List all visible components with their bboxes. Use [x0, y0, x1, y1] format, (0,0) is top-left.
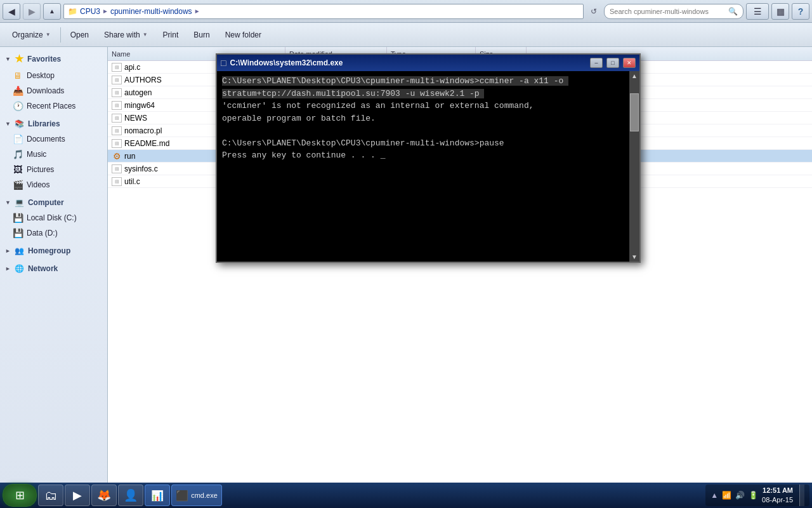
up-button[interactable]: ▲ — [43, 3, 61, 20]
cmd-scrollbar[interactable]: ▲ ▼ — [629, 71, 639, 262]
back-button[interactable]: ◀ — [3, 3, 20, 20]
sidebar-network-header[interactable]: ► 🌐 Network — [0, 261, 107, 276]
doc-file-icon: ▤ — [112, 76, 122, 84]
address-bar-area: ◀ ▶ ▲ 📁 CPU3 ► cpuminer-multi-windows ► … — [0, 0, 812, 23]
view-options-button[interactable]: ☰ — [746, 3, 769, 20]
cmd-window: □ C:\Windows\system32\cmd.exe – □ ✕ C:\U… — [216, 53, 641, 263]
sidebar-homegroup-header[interactable]: ► 👥 Homegroup — [0, 243, 107, 258]
breadcrumb-arrow-1: ► — [102, 8, 108, 15]
bat-file-icon: ⚙ — [112, 151, 122, 161]
file-name: run — [124, 152, 135, 161]
sidebar-item-music-label: Music — [27, 150, 46, 159]
tray-volume-icon[interactable]: 🔊 — [735, 491, 745, 500]
pictures-icon: 🖼 — [13, 164, 23, 175]
cmd-close-button[interactable]: ✕ — [623, 58, 636, 68]
cmd-scroll-thumb[interactable] — [630, 93, 639, 131]
burn-button[interactable]: Burn — [187, 26, 216, 44]
breadcrumb-root[interactable]: CPU3 — [80, 7, 100, 16]
taskbar-cmd-button[interactable]: ⬛ cmd.exe — [171, 485, 222, 506]
sidebar-item-pictures-label: Pictures — [27, 165, 54, 174]
cmd-icon: □ — [221, 58, 226, 68]
cmd-minimize-button[interactable]: – — [590, 58, 603, 68]
sidebar-item-videos-label: Videos — [27, 180, 49, 189]
sidebar-item-videos[interactable]: 🎬 Videos — [0, 177, 107, 192]
forward-button[interactable]: ▶ — [23, 3, 41, 20]
clock-time: 12:51 AM — [762, 486, 793, 495]
taskbar-chart-button[interactable]: 📊 — [145, 485, 170, 506]
doc-file-icon: ▤ — [112, 101, 122, 110]
libraries-label: Libraries — [28, 119, 60, 128]
downloads-icon: 📥 — [13, 86, 23, 96]
sidebar-item-documents[interactable]: 📄 Documents — [0, 131, 107, 147]
sidebar-homegroup-label: Homegroup — [28, 246, 70, 255]
taskbar-users-button[interactable]: 👤 — [118, 485, 143, 506]
print-button[interactable]: Print — [156, 26, 186, 44]
sidebar-libraries-header[interactable]: ▼ 📚 Libraries — [0, 116, 107, 131]
computer-icon: 💻 — [15, 198, 24, 207]
main-layout: ▼ ★ Favorites 🖥 Desktop 📥 Downloads 🕐 Re… — [0, 47, 812, 495]
cmd-task-label: cmd.exe — [191, 491, 218, 499]
sidebar-item-recent-places[interactable]: 🕐 Recent Places — [0, 98, 107, 114]
documents-icon: 📄 — [13, 134, 23, 144]
tray-battery-icon[interactable]: 🔋 — [749, 491, 758, 500]
cmd-scroll-up[interactable]: ▲ — [630, 71, 639, 81]
homegroup-icon: 👥 — [15, 246, 24, 255]
sidebar-libraries-section: ▼ 📚 Libraries 📄 Documents 🎵 Music 🖼 Pict… — [0, 116, 107, 192]
taskbar-wmp-button[interactable]: ▶ — [65, 485, 90, 506]
file-list: Name Date modified Type Size ▤api.c 21-M… — [108, 47, 812, 495]
sidebar-item-desktop-label: Desktop — [27, 71, 55, 80]
doc-file-icon: ▤ — [112, 164, 122, 173]
show-desktop-button[interactable] — [799, 485, 804, 506]
cmd-line-2: 'ccminer' is not recognized as an intern… — [222, 100, 624, 112]
sidebar-computer-header[interactable]: ▼ 💻 Computer — [0, 195, 107, 210]
search-icon[interactable]: 🔍 — [728, 7, 738, 16]
sidebar-item-downloads[interactable]: 📥 Downloads — [0, 83, 107, 98]
tray-expand-icon[interactable]: ▲ — [710, 491, 718, 500]
taskbar: ⊞ 🗂 ▶ 🦊 👤 📊 ⬛ cmd.exe ▲ 📶 🔊 🔋 12:51 AM 0… — [0, 483, 812, 508]
start-button[interactable]: ⊞ — [3, 484, 37, 507]
favorites-star-icon: ★ — [15, 53, 23, 65]
cmd-scroll-down[interactable]: ▼ — [630, 252, 639, 262]
cmd-line-5: Press any key to continue . . . _ — [222, 149, 624, 162]
help-button[interactable]: ? — [792, 3, 809, 20]
file-name: util.c — [124, 177, 140, 186]
organize-button[interactable]: Organize ▼ — [5, 26, 58, 44]
organize-label: Organize — [12, 30, 43, 39]
cmd-title: C:\Windows\system32\cmd.exe — [230, 58, 586, 67]
sidebar-item-recent-label: Recent Places — [27, 102, 75, 110]
cmd-titlebar: □ C:\Windows\system32\cmd.exe – □ ✕ — [217, 55, 639, 71]
preview-pane-button[interactable]: ▦ — [771, 3, 789, 20]
favorites-label: Favorites — [27, 55, 61, 64]
share-with-button[interactable]: Share with ▼ — [97, 26, 155, 44]
sidebar-item-music[interactable]: 🎵 Music — [0, 147, 107, 162]
search-input[interactable] — [610, 8, 726, 15]
cmd-body[interactable]: C:\Users\PLANET\Desktop\CPU3\cpuminer-mu… — [217, 71, 629, 262]
clock-date: 08-Apr-15 — [762, 495, 793, 505]
cmd-content-area: C:\Users\PLANET\Desktop\CPU3\cpuminer-mu… — [217, 71, 639, 262]
refresh-button[interactable]: ↺ — [586, 3, 601, 20]
sidebar-item-documents-label: Documents — [27, 135, 65, 144]
sidebar-item-data[interactable]: 💾 Data (D:) — [0, 225, 107, 241]
breadcrumb-current[interactable]: cpuminer-multi-windows — [110, 7, 192, 16]
open-button[interactable]: Open — [63, 26, 96, 44]
clock[interactable]: 12:51 AM 08-Apr-15 — [762, 486, 793, 505]
sidebar-favorites-header[interactable]: ▼ ★ Favorites — [0, 50, 107, 68]
doc-file-icon: ▤ — [112, 88, 122, 97]
sidebar-item-desktop[interactable]: 🖥 Desktop — [0, 68, 107, 83]
cmd-maximize-button[interactable]: □ — [606, 58, 619, 68]
sidebar-item-local-disk[interactable]: 💾 Local Disk (C:) — [0, 210, 107, 225]
taskbar-firefox-button[interactable]: 🦊 — [91, 485, 117, 506]
file-name: sysinfos.c — [124, 164, 158, 173]
sidebar-network-label: Network — [28, 264, 58, 273]
tray-network-icon[interactable]: 📶 — [722, 491, 731, 500]
breadcrumb[interactable]: 📁 CPU3 ► cpuminer-multi-windows ► — [63, 4, 584, 19]
videos-icon: 🎬 — [13, 180, 23, 190]
sidebar-item-pictures[interactable]: 🖼 Pictures — [0, 162, 107, 177]
taskbar-explorer-button[interactable]: 🗂 — [38, 485, 63, 506]
local-disk-icon: 💾 — [13, 213, 23, 223]
music-icon: 🎵 — [13, 149, 23, 159]
new-folder-button[interactable]: New folder — [218, 26, 268, 44]
file-name: autogen — [124, 88, 152, 97]
doc-file-icon: ▤ — [112, 177, 122, 186]
network-icon: 🌐 — [15, 264, 24, 273]
